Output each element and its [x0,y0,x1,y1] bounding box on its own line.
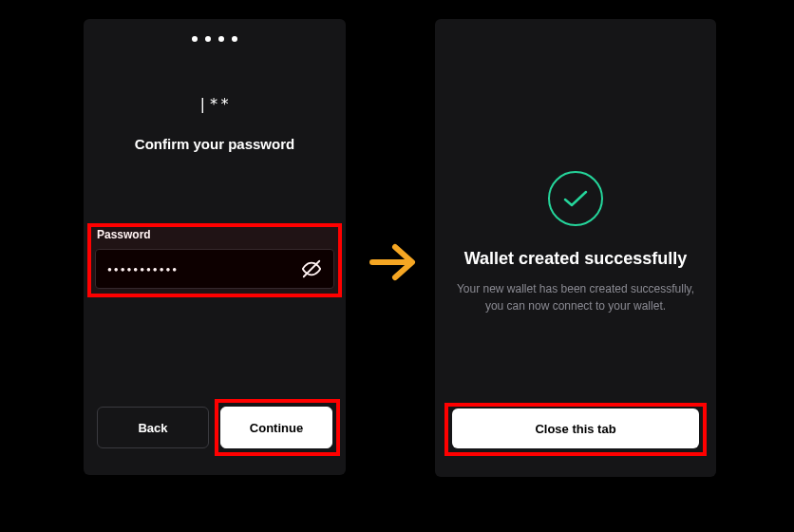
screen-title: Confirm your password [84,136,346,152]
success-title: Wallet created successfully [454,249,697,269]
close-button-wrap: Close this tab [452,408,699,448]
close-tab-button[interactable]: Close this tab [452,408,699,448]
dot [192,36,198,42]
back-button-label: Back [138,421,167,435]
close-button-label: Close this tab [535,422,615,436]
progress-dots [84,19,346,42]
password-input-group: Password ●●●●●●●●●●● [95,228,334,289]
back-button[interactable]: Back [97,407,209,448]
password-label: Password [95,228,334,241]
success-screen: Wallet created successfully Your new wal… [435,19,716,477]
continue-button[interactable]: Continue [220,407,332,448]
password-value: ●●●●●●●●●●● [107,265,301,274]
arrow-right-icon [369,238,418,287]
dot [218,36,224,42]
bottom-button-row: Back Continue [97,407,332,448]
dot [232,36,237,42]
dot [205,36,211,42]
password-input[interactable]: ●●●●●●●●●●● [95,249,334,289]
continue-button-label: Continue [250,421,303,435]
success-content: Wallet created successfully Your new wal… [435,171,716,314]
password-mask-preview: |** [84,95,346,113]
eye-off-icon[interactable] [301,258,322,279]
check-circle-icon [548,171,603,226]
confirm-password-screen: |** Confirm your password Password ●●●●●… [84,19,346,475]
success-subtitle: Your new wallet has been created success… [454,280,697,314]
